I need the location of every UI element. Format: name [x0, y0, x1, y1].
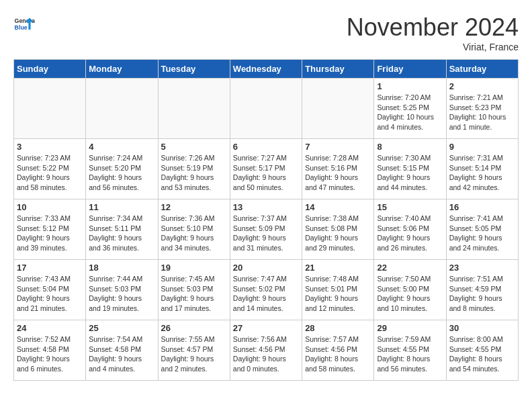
day-number: 7	[305, 142, 371, 152]
calendar-cell: 20Sunrise: 7:47 AM Sunset: 5:02 PM Dayli…	[230, 260, 302, 320]
logo: General Blue	[13, 13, 35, 35]
day-number: 11	[89, 202, 154, 212]
day-info: Sunrise: 7:55 AM Sunset: 4:57 PM Dayligh…	[161, 334, 227, 374]
calendar-cell: 25Sunrise: 7:54 AM Sunset: 4:58 PM Dayli…	[86, 320, 158, 381]
location: Viriat, France	[347, 42, 519, 52]
day-number: 24	[17, 323, 83, 333]
calendar-cell: 21Sunrise: 7:48 AM Sunset: 5:01 PM Dayli…	[302, 260, 374, 320]
day-info: Sunrise: 7:51 AM Sunset: 4:59 PM Dayligh…	[449, 274, 515, 314]
calendar-week-row: 3Sunrise: 7:23 AM Sunset: 5:22 PM Daylig…	[14, 139, 519, 199]
page-header: General Blue November 2024 Viriat, Franc…	[13, 13, 519, 52]
day-info: Sunrise: 7:20 AM Sunset: 5:25 PM Dayligh…	[377, 93, 443, 132]
calendar-cell: 30Sunrise: 8:00 AM Sunset: 4:55 PM Dayli…	[446, 320, 518, 381]
calendar-cell: 5Sunrise: 7:26 AM Sunset: 5:19 PM Daylig…	[158, 139, 230, 199]
weekday-header: Monday	[86, 60, 158, 79]
calendar-cell	[86, 79, 158, 139]
day-info: Sunrise: 7:24 AM Sunset: 5:20 PM Dayligh…	[89, 153, 154, 193]
calendar-cell: 14Sunrise: 7:38 AM Sunset: 5:08 PM Dayli…	[302, 199, 374, 260]
day-number: 8	[377, 142, 443, 152]
day-number: 18	[89, 263, 154, 273]
calendar-week-row: 10Sunrise: 7:33 AM Sunset: 5:12 PM Dayli…	[14, 199, 519, 260]
weekday-header: Sunday	[14, 60, 86, 79]
calendar-cell: 27Sunrise: 7:56 AM Sunset: 4:56 PM Dayli…	[230, 320, 302, 381]
day-info: Sunrise: 7:47 AM Sunset: 5:02 PM Dayligh…	[233, 274, 299, 314]
calendar-cell: 16Sunrise: 7:41 AM Sunset: 5:05 PM Dayli…	[446, 199, 518, 260]
day-info: Sunrise: 7:52 AM Sunset: 4:58 PM Dayligh…	[17, 334, 83, 374]
weekday-header: Tuesday	[158, 60, 230, 79]
weekday-header: Saturday	[446, 60, 518, 79]
calendar-week-row: 17Sunrise: 7:43 AM Sunset: 5:04 PM Dayli…	[14, 260, 519, 320]
day-number: 22	[377, 263, 443, 273]
day-info: Sunrise: 7:44 AM Sunset: 5:03 PM Dayligh…	[89, 274, 154, 314]
calendar-cell: 7Sunrise: 7:28 AM Sunset: 5:16 PM Daylig…	[302, 139, 374, 199]
day-number: 28	[305, 323, 371, 333]
calendar-cell: 8Sunrise: 7:30 AM Sunset: 5:15 PM Daylig…	[374, 139, 446, 199]
day-number: 1	[377, 81, 443, 91]
day-info: Sunrise: 7:38 AM Sunset: 5:08 PM Dayligh…	[305, 214, 371, 253]
calendar-cell: 3Sunrise: 7:23 AM Sunset: 5:22 PM Daylig…	[14, 139, 86, 199]
day-number: 13	[233, 202, 299, 212]
calendar-cell	[302, 79, 374, 139]
calendar-cell: 18Sunrise: 7:44 AM Sunset: 5:03 PM Dayli…	[86, 260, 158, 320]
svg-text:Blue: Blue	[15, 24, 28, 31]
calendar-week-row: 1Sunrise: 7:20 AM Sunset: 5:25 PM Daylig…	[14, 79, 519, 139]
day-info: Sunrise: 7:37 AM Sunset: 5:09 PM Dayligh…	[233, 214, 299, 253]
day-info: Sunrise: 7:45 AM Sunset: 5:03 PM Dayligh…	[161, 274, 227, 314]
day-number: 14	[305, 202, 371, 212]
day-number: 10	[17, 202, 83, 212]
day-number: 29	[377, 323, 443, 333]
calendar-header: SundayMondayTuesdayWednesdayThursdayFrid…	[14, 60, 519, 79]
calendar-cell: 9Sunrise: 7:31 AM Sunset: 5:14 PM Daylig…	[446, 139, 518, 199]
day-info: Sunrise: 7:21 AM Sunset: 5:23 PM Dayligh…	[449, 93, 515, 132]
day-number: 25	[89, 323, 154, 333]
calendar-cell: 26Sunrise: 7:55 AM Sunset: 4:57 PM Dayli…	[158, 320, 230, 381]
day-number: 26	[161, 323, 227, 333]
day-info: Sunrise: 7:41 AM Sunset: 5:05 PM Dayligh…	[449, 214, 515, 253]
day-number: 6	[233, 142, 299, 152]
day-info: Sunrise: 7:26 AM Sunset: 5:19 PM Dayligh…	[161, 153, 227, 193]
day-info: Sunrise: 7:57 AM Sunset: 4:56 PM Dayligh…	[305, 334, 371, 374]
day-number: 23	[449, 263, 515, 273]
calendar-cell	[230, 79, 302, 139]
month-title: November 2024	[347, 13, 519, 42]
day-info: Sunrise: 7:48 AM Sunset: 5:01 PM Dayligh…	[305, 274, 371, 314]
day-number: 5	[161, 142, 227, 152]
day-number: 16	[449, 202, 515, 212]
day-number: 9	[449, 142, 515, 152]
calendar-cell: 11Sunrise: 7:34 AM Sunset: 5:11 PM Dayli…	[86, 199, 158, 260]
calendar-cell: 23Sunrise: 7:51 AM Sunset: 4:59 PM Dayli…	[446, 260, 518, 320]
day-number: 15	[377, 202, 443, 212]
calendar-cell: 28Sunrise: 7:57 AM Sunset: 4:56 PM Dayli…	[302, 320, 374, 381]
day-number: 4	[89, 142, 154, 152]
day-number: 3	[17, 142, 83, 152]
calendar-cell	[14, 79, 86, 139]
calendar-cell: 24Sunrise: 7:52 AM Sunset: 4:58 PM Dayli…	[14, 320, 86, 381]
day-info: Sunrise: 7:33 AM Sunset: 5:12 PM Dayligh…	[17, 214, 83, 253]
day-info: Sunrise: 7:36 AM Sunset: 5:10 PM Dayligh…	[161, 214, 227, 253]
day-info: Sunrise: 7:40 AM Sunset: 5:06 PM Dayligh…	[377, 214, 443, 253]
calendar-cell: 10Sunrise: 7:33 AM Sunset: 5:12 PM Dayli…	[14, 199, 86, 260]
day-info: Sunrise: 7:30 AM Sunset: 5:15 PM Dayligh…	[377, 153, 443, 193]
logo-icon: General Blue	[13, 13, 35, 35]
calendar-table: SundayMondayTuesdayWednesdayThursdayFrid…	[13, 59, 519, 381]
day-number: 2	[449, 81, 515, 91]
day-info: Sunrise: 8:00 AM Sunset: 4:55 PM Dayligh…	[449, 334, 515, 374]
day-info: Sunrise: 7:31 AM Sunset: 5:14 PM Dayligh…	[449, 153, 515, 193]
calendar-cell: 15Sunrise: 7:40 AM Sunset: 5:06 PM Dayli…	[374, 199, 446, 260]
weekday-header: Thursday	[302, 60, 374, 79]
calendar-cell: 29Sunrise: 7:59 AM Sunset: 4:55 PM Dayli…	[374, 320, 446, 381]
day-number: 19	[161, 263, 227, 273]
day-number: 20	[233, 263, 299, 273]
day-info: Sunrise: 7:34 AM Sunset: 5:11 PM Dayligh…	[89, 214, 154, 253]
day-number: 27	[233, 323, 299, 333]
calendar-cell: 12Sunrise: 7:36 AM Sunset: 5:10 PM Dayli…	[158, 199, 230, 260]
title-area: November 2024 Viriat, France	[347, 13, 519, 52]
weekday-header: Wednesday	[230, 60, 302, 79]
day-info: Sunrise: 7:56 AM Sunset: 4:56 PM Dayligh…	[233, 334, 299, 374]
calendar-week-row: 24Sunrise: 7:52 AM Sunset: 4:58 PM Dayli…	[14, 320, 519, 381]
day-info: Sunrise: 7:59 AM Sunset: 4:55 PM Dayligh…	[377, 334, 443, 374]
day-number: 21	[305, 263, 371, 273]
calendar-cell: 1Sunrise: 7:20 AM Sunset: 5:25 PM Daylig…	[374, 79, 446, 139]
day-number: 17	[17, 263, 83, 273]
calendar-cell: 17Sunrise: 7:43 AM Sunset: 5:04 PM Dayli…	[14, 260, 86, 320]
